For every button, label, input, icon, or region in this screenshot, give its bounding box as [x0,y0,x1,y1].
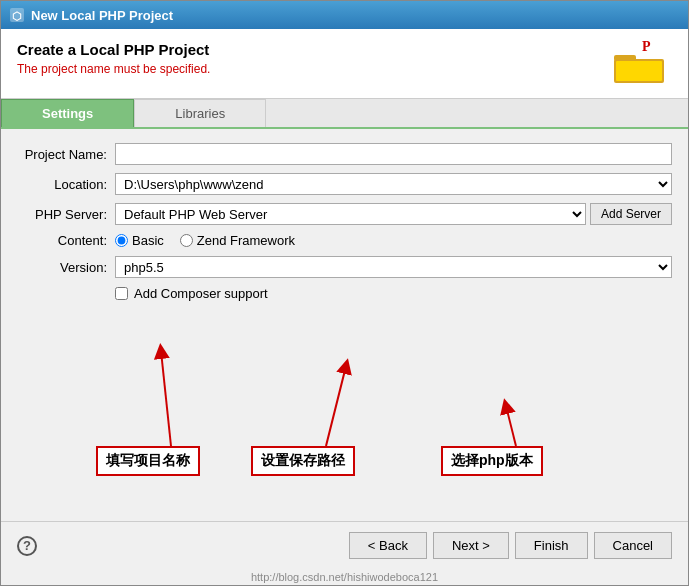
tab-settings[interactable]: Settings [1,99,134,127]
location-label: Location: [17,177,107,192]
php-server-group: Default PHP Web Server Add Server [115,203,672,225]
back-button[interactable]: < Back [349,532,427,559]
content-basic-option[interactable]: Basic [115,233,164,248]
header-section: Create a Local PHP Project The project n… [1,29,688,99]
svg-line-8 [506,406,516,446]
window-title: New Local PHP Project [31,8,173,23]
content-area: Create a Local PHP Project The project n… [1,29,688,521]
composer-label: Add Composer support [134,286,268,301]
php-logo: P [612,41,672,86]
annotation-arrows [1,331,688,511]
project-name-label: Project Name: [17,147,107,162]
main-window: ⬡ New Local PHP Project Create a Local P… [0,0,689,586]
tabs-bar: Settings Libraries [1,99,688,129]
svg-rect-3 [614,55,636,61]
finish-button[interactable]: Finish [515,532,588,559]
watermark: http://blog.csdn.net/hishiwodeboca121 [1,569,688,585]
php-server-select[interactable]: Default PHP Web Server [115,203,586,225]
header-title: Create a Local PHP Project [17,41,210,58]
form-area: Project Name: Location: D:\Users\php\www… [1,129,688,521]
header-text: Create a Local PHP Project The project n… [17,41,210,76]
help-button[interactable]: ? [17,536,37,556]
content-zend-option[interactable]: Zend Framework [180,233,295,248]
annotation-box-3: 选择php版本 [441,446,543,476]
location-select[interactable]: D:\Users\php\www\zend [115,173,672,195]
php-server-row: PHP Server: Default PHP Web Server Add S… [17,203,672,225]
svg-rect-4 [616,61,662,81]
annotation-area: 填写项目名称 设置保存路径 选择php版本 [1,331,688,511]
footer: ? < Back Next > Finish Cancel [1,521,688,569]
content-row: Content: Basic Zend Framework [17,233,672,248]
svg-text:P: P [642,41,651,54]
location-row: Location: D:\Users\php\www\zend [17,173,672,195]
annotation-box-2: 设置保存路径 [251,446,355,476]
tab-libraries[interactable]: Libraries [134,99,266,127]
location-input-group: D:\Users\php\www\zend [115,173,672,195]
svg-line-7 [326,366,346,446]
version-label: Version: [17,260,107,275]
svg-text:⬡: ⬡ [12,10,22,22]
content-radio-group: Basic Zend Framework [115,233,672,248]
version-row: Version: php5.5 php5.4 php5.3 php7.0 [17,256,672,278]
next-button[interactable]: Next > [433,532,509,559]
project-name-row: Project Name: [17,143,672,165]
window-icon: ⬡ [9,7,25,23]
title-bar: ⬡ New Local PHP Project [1,1,688,29]
content-label: Content: [17,233,107,248]
annotation-box-1: 填写项目名称 [96,446,200,476]
content-basic-radio[interactable] [115,234,128,247]
cancel-button[interactable]: Cancel [594,532,672,559]
composer-checkbox[interactable] [115,287,128,300]
project-name-input[interactable] [115,143,672,165]
php-server-label: PHP Server: [17,207,107,222]
header-subtitle: The project name must be specified. [17,62,210,76]
footer-left: ? [17,536,37,556]
footer-buttons: < Back Next > Finish Cancel [349,532,672,559]
composer-row: Add Composer support [115,286,672,301]
add-server-button[interactable]: Add Server [590,203,672,225]
content-zend-radio[interactable] [180,234,193,247]
version-select[interactable]: php5.5 php5.4 php5.3 php7.0 [115,256,672,278]
svg-line-6 [161,351,171,446]
